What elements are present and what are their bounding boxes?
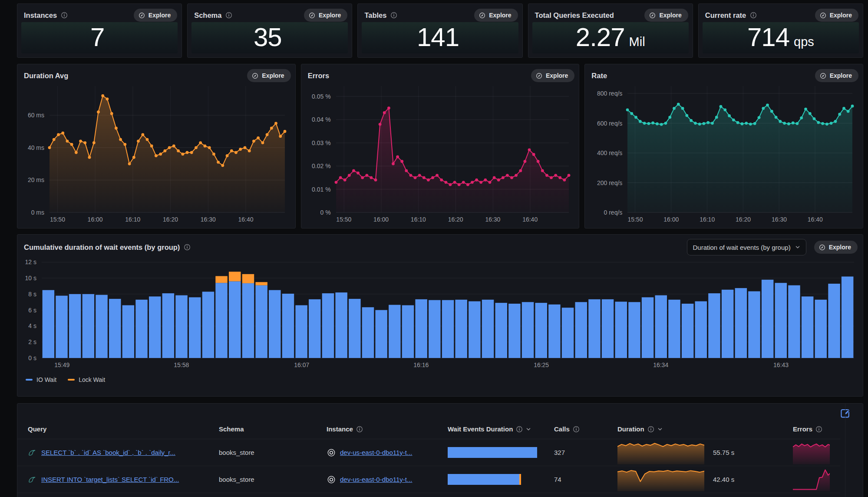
- instance-link[interactable]: dev-us-east-0-dbo11y-t...: [340, 476, 412, 483]
- duration-avg-chart[interactable]: 15:5016:0016:1016:2016:3016:400 ms20 ms4…: [22, 83, 289, 225]
- panel-title: Schema: [194, 11, 221, 20]
- instance-cell: dev-us-east-0-dbo11y-t...: [327, 475, 448, 484]
- wait-events-panel: Cumulative duration of wait events (by g…: [17, 234, 863, 397]
- mysql-dolphin-icon: [28, 448, 36, 457]
- info-icon[interactable]: [815, 426, 822, 433]
- explore-button[interactable]: Explore: [304, 9, 347, 22]
- stat-unit: qps: [794, 35, 814, 49]
- instance-link[interactable]: dev-us-east-0-dbo11y-t...: [340, 449, 412, 456]
- compass-icon: [820, 12, 826, 19]
- explore-button[interactable]: Explore: [814, 241, 858, 254]
- stat-value-area: 35: [191, 22, 348, 53]
- dashboard: Instances Explore 7 Schema Explore 35: [17, 3, 863, 497]
- schema-cell: books_store: [219, 449, 327, 456]
- info-icon[interactable]: [516, 426, 523, 433]
- query-table-panel: Query Schema Instance Wait Events Durati…: [17, 403, 863, 497]
- compass-icon: [819, 244, 825, 251]
- errors-cell: [793, 468, 830, 491]
- panel-title: Total Queries Executed: [535, 11, 614, 20]
- sort-chevron-icon[interactable]: [526, 427, 531, 432]
- wait-duration-bar: [448, 474, 537, 485]
- explore-button[interactable]: Explore: [815, 69, 858, 82]
- duration-sparkline[interactable]: [617, 441, 704, 464]
- table-row: INSERT INTO `target_lists` SELECT `id` F…: [17, 466, 840, 493]
- wait-events-duration-cell: [448, 474, 554, 485]
- query-link[interactable]: INSERT INTO `target_lists` SELECT `id` F…: [41, 476, 179, 483]
- info-icon[interactable]: [356, 426, 363, 433]
- column-header-errors: Errors: [793, 425, 830, 433]
- wait-events-dropdown[interactable]: Duration of wait events (by group): [687, 239, 806, 255]
- info-icon[interactable]: [61, 12, 68, 19]
- table-header-row: Query Schema Instance Wait Events Durati…: [17, 419, 840, 439]
- explore-button[interactable]: Explore: [531, 69, 574, 82]
- explore-button[interactable]: Explore: [474, 9, 518, 22]
- errors-sparkline[interactable]: [793, 441, 830, 464]
- chevron-down-icon: [795, 245, 800, 250]
- rate-chart[interactable]: 15:5016:0016:1016:2016:3016:400 req/s200…: [589, 83, 857, 225]
- explore-button[interactable]: Explore: [644, 9, 688, 22]
- column-header-duration[interactable]: Duration: [617, 425, 793, 433]
- stat-value: 7: [90, 22, 104, 53]
- instance-cell: dev-us-east-0-dbo11y-t...: [327, 448, 448, 457]
- explore-button[interactable]: Explore: [134, 9, 177, 22]
- column-header-wait-events-duration[interactable]: Wait Events Duration: [448, 425, 554, 433]
- query-cell: INSERT INTO `target_lists` SELECT `id` F…: [28, 475, 219, 484]
- stat-value: 35: [254, 22, 282, 53]
- schema-cell: books_store: [219, 476, 327, 483]
- instance-target-icon: [327, 475, 336, 484]
- wait-events-chart[interactable]: 0 s2 s4 s6 s8 s10 s12 s15:4915:5816:0716…: [22, 256, 858, 370]
- stat-value: 714: [747, 22, 789, 53]
- info-icon[interactable]: [750, 12, 757, 19]
- errors-sparkline[interactable]: [793, 468, 830, 491]
- compass-icon: [536, 73, 542, 79]
- panel-title: Rate: [591, 72, 607, 80]
- sort-chevron-icon[interactable]: [657, 427, 663, 432]
- stat-value-area: 2.27 Mil: [532, 22, 689, 53]
- compass-icon: [479, 12, 485, 19]
- compass-icon: [649, 12, 656, 19]
- errors-panel: Errors Explore 15:5016:0016:1016:2016:30…: [301, 64, 580, 229]
- panel-title: Instances: [24, 11, 57, 20]
- explore-button[interactable]: Explore: [815, 9, 858, 22]
- info-icon[interactable]: [573, 426, 580, 433]
- mysql-dolphin-icon: [28, 475, 36, 484]
- wait-events-duration-cell: [448, 447, 554, 458]
- instance-target-icon: [327, 448, 336, 457]
- stat-unit: Mil: [629, 35, 645, 49]
- stat-value: 141: [417, 22, 459, 53]
- errors-cell: [793, 441, 830, 464]
- compass-icon: [252, 73, 258, 79]
- edit-icon[interactable]: [840, 408, 851, 419]
- panel-title: Current rate: [705, 11, 746, 20]
- legend-swatch: [26, 379, 33, 381]
- table-scroll-divider: [845, 404, 845, 497]
- stat-panel-schema: Schema Explore 35: [187, 3, 352, 58]
- query-link[interactable]: SELECT `b` . `id` AS `book_id` , `b` . `…: [41, 449, 175, 456]
- explore-button[interactable]: Explore: [247, 69, 290, 82]
- query-table: Query Schema Instance Wait Events Durati…: [17, 419, 840, 493]
- duration-cell: 55.75 s: [617, 441, 793, 464]
- info-icon[interactable]: [225, 12, 232, 19]
- calls-cell: 74: [554, 476, 617, 483]
- duration-sparkline[interactable]: [617, 468, 704, 491]
- errors-chart[interactable]: 15:5016:0016:1016:2016:3016:400 %0.01 %0…: [306, 83, 573, 225]
- stat-value-area: 7: [21, 22, 178, 53]
- column-header-query: Query: [28, 425, 219, 433]
- stat-row: Instances Explore 7 Schema Explore 35: [17, 3, 863, 58]
- info-icon[interactable]: [184, 244, 191, 251]
- stat-value-area: 141: [362, 22, 518, 53]
- legend-item-io-wait[interactable]: IO Wait: [26, 376, 56, 383]
- wait-duration-bar: [448, 447, 537, 458]
- column-header-instance: Instance: [327, 425, 448, 433]
- info-icon[interactable]: [390, 12, 397, 19]
- legend-item-lock-wait[interactable]: Lock Wait: [68, 376, 105, 383]
- compass-icon: [309, 12, 315, 19]
- stat-panel-total-queries: Total Queries Executed Explore 2.27 Mil: [528, 3, 693, 58]
- chart-legend: IO Wait Lock Wait: [26, 376, 105, 383]
- info-icon[interactable]: [647, 426, 654, 433]
- legend-swatch: [68, 379, 75, 381]
- compass-icon: [139, 12, 145, 19]
- duration-value: 42.40 s: [713, 476, 734, 483]
- panel-title: Duration Avg: [24, 72, 68, 80]
- calls-cell: 327: [554, 449, 617, 456]
